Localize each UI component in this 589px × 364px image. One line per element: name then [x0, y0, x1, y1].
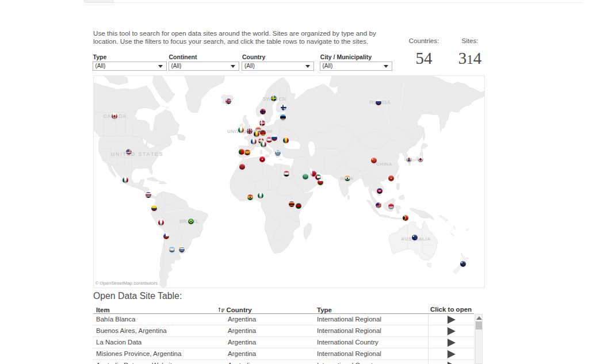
- svg-text:UNITED STATES: UNITED STATES: [111, 151, 163, 157]
- svg-text:CHINA: CHINA: [376, 162, 392, 167]
